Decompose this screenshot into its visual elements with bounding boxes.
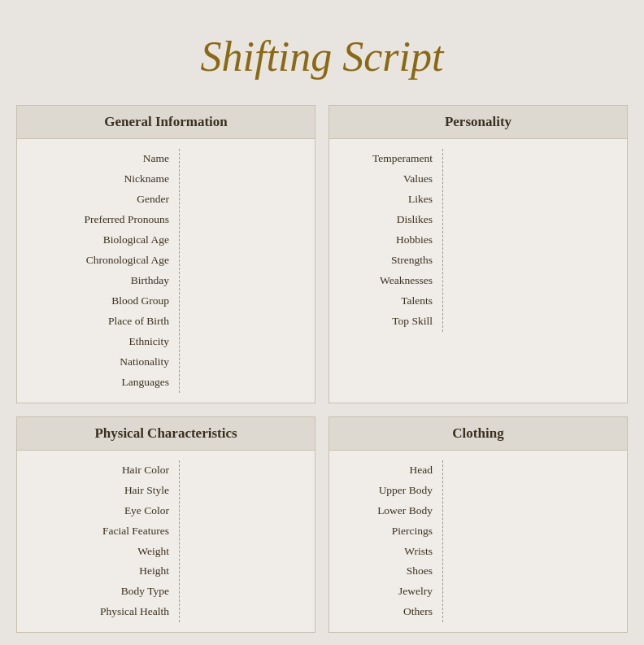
label-item: Hair Style (30, 481, 169, 501)
label-item: Name (30, 149, 169, 169)
label-item: Top Skill (342, 312, 433, 332)
personality-values (443, 149, 627, 332)
label-item: Hobbies (342, 230, 433, 251)
label-item: Physical Health (30, 602, 169, 622)
personality-header: Personality (329, 106, 627, 139)
general-information-header: General Information (17, 106, 315, 139)
physical-characteristics-header: Physical Characteristics (17, 417, 315, 451)
label-item: Facial Features (30, 521, 169, 542)
label-item: Wrists (342, 542, 433, 562)
label-item: Ethnicity (30, 332, 169, 352)
physical-characteristics-body: Hair ColorHair StyleEye ColorFacial Feat… (17, 451, 315, 633)
label-item: Biological Age (30, 230, 169, 251)
label-item: Nickname (30, 169, 169, 190)
general-information-values (180, 149, 315, 393)
label-item: Blood Group (30, 291, 169, 312)
label-item: Gender (30, 190, 169, 210)
label-item: Hair Color (30, 460, 169, 481)
personality-section: Personality TemperamentValuesLikesDislik… (329, 105, 628, 403)
general-information-labels: NameNicknameGenderPreferred PronounsBiol… (17, 149, 180, 393)
label-item: Temperament (342, 149, 433, 169)
label-item: Talents (342, 291, 433, 312)
label-item: Chronological Age (30, 251, 169, 271)
label-item: Height (30, 561, 169, 582)
label-item: Jewelry (342, 582, 433, 602)
physical-characteristics-section: Physical Characteristics Hair ColorHair … (16, 416, 315, 634)
label-item: Languages (30, 373, 169, 393)
label-item: Weight (30, 542, 169, 562)
label-item: Piercings (342, 521, 433, 542)
personality-labels: TemperamentValuesLikesDislikesHobbiesStr… (329, 149, 443, 332)
label-item: Others (342, 602, 433, 622)
clothing-labels: HeadUpper BodyLower BodyPiercingsWristsS… (329, 460, 443, 623)
label-item: Strengths (342, 251, 433, 271)
clothing-header: Clothing (329, 417, 627, 451)
label-item: Body Type (30, 582, 169, 602)
physical-characteristics-values (180, 460, 315, 623)
personality-body: TemperamentValuesLikesDislikesHobbiesStr… (329, 139, 627, 342)
clothing-body: HeadUpper BodyLower BodyPiercingsWristsS… (329, 451, 627, 633)
label-item: Likes (342, 190, 433, 210)
grid-container: General Information NameNicknameGenderPr… (16, 105, 628, 645)
label-item: Upper Body (342, 481, 433, 501)
clothing-section: Clothing HeadUpper BodyLower BodyPiercin… (329, 416, 628, 634)
label-item: Head (342, 460, 433, 481)
label-item: Values (342, 169, 433, 190)
clothing-values (443, 460, 627, 623)
general-information-section: General Information NameNicknameGenderPr… (16, 105, 315, 403)
label-item: Preferred Pronouns (30, 210, 169, 230)
label-item: Eye Color (30, 501, 169, 521)
label-item: Place of Birth (30, 312, 169, 332)
label-item: Nationality (30, 352, 169, 373)
label-item: Shoes (342, 561, 433, 582)
page-title: Shifting Script (201, 33, 444, 81)
label-item: Birthday (30, 271, 169, 291)
general-information-body: NameNicknameGenderPreferred PronounsBiol… (17, 139, 315, 403)
label-item: Weaknesses (342, 271, 433, 291)
label-item: Dislikes (342, 210, 433, 230)
physical-characteristics-labels: Hair ColorHair StyleEye ColorFacial Feat… (17, 460, 180, 623)
label-item: Lower Body (342, 501, 433, 521)
